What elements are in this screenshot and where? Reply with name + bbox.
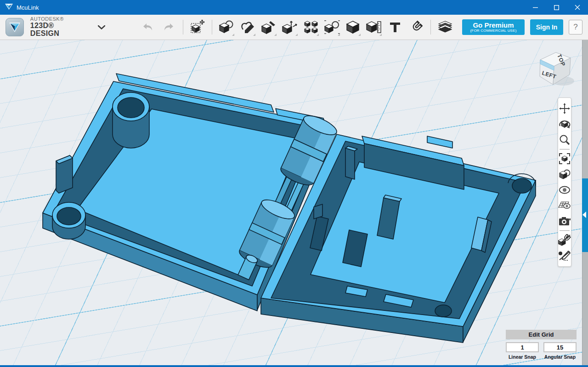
help-button[interactable]: ? bbox=[569, 20, 582, 34]
linear-snap-input[interactable] bbox=[506, 342, 539, 352]
flyout-caret bbox=[317, 34, 319, 36]
snapshot-icon[interactable] bbox=[558, 213, 571, 229]
viewport[interactable]: TOP LEFT bbox=[0, 40, 588, 365]
toolbar-separator bbox=[183, 20, 183, 34]
view-cube[interactable]: TOP LEFT bbox=[533, 46, 577, 90]
close-button[interactable] bbox=[567, 0, 588, 15]
zoom-fit-icon[interactable] bbox=[558, 151, 571, 166]
angular-snap-label: Angular Snap bbox=[543, 354, 577, 360]
navigation-panel bbox=[558, 97, 571, 267]
orbit-icon[interactable] bbox=[558, 116, 571, 132]
flyout-caret bbox=[274, 34, 277, 36]
brand-text: AUTODESK® 123D® DESIGN bbox=[30, 17, 85, 37]
window-title: McuLink bbox=[17, 4, 39, 11]
tool-transform-move-icon[interactable] bbox=[189, 17, 206, 37]
go-premium-sublabel: (FOR COMMERCIAL USE) bbox=[470, 29, 517, 33]
panel-divider bbox=[560, 149, 570, 149]
go-premium-button[interactable]: Go Premium (FOR COMMERCIAL USE) bbox=[462, 19, 525, 35]
grid-settings-panel: Edit Grid Linear Snap Angular Snap bbox=[506, 330, 577, 360]
tool-measure-icon[interactable] bbox=[366, 17, 382, 37]
workplane-visibility-icon[interactable] bbox=[558, 198, 571, 213]
chevron-down-icon[interactable] bbox=[95, 20, 108, 34]
flyout-caret bbox=[295, 34, 298, 36]
toolbar-separator bbox=[212, 20, 212, 34]
collapse-arrow-left-icon bbox=[582, 212, 586, 218]
app-menu-icon[interactable] bbox=[6, 18, 24, 36]
tool-primitives-icon[interactable] bbox=[218, 17, 235, 37]
panel-divider bbox=[560, 230, 570, 231]
visibility-icon[interactable] bbox=[558, 182, 571, 198]
main-toolbar: AUTODESK® 123D® DESIGN bbox=[0, 15, 588, 40]
undo-icon[interactable] bbox=[140, 17, 156, 37]
flyout-caret bbox=[379, 34, 382, 36]
titlebar: McuLink bbox=[0, 0, 588, 15]
panel-expand-tab[interactable] bbox=[582, 178, 588, 252]
tool-text-icon[interactable] bbox=[387, 17, 403, 37]
linear-snap-label: Linear Snap bbox=[506, 354, 539, 360]
go-premium-label: Go Premium bbox=[473, 22, 514, 29]
minimize-button[interactable] bbox=[525, 0, 546, 15]
model-hinged-enclosure[interactable] bbox=[0, 40, 588, 365]
snap-toggle-icon[interactable] bbox=[558, 232, 571, 248]
flyout-caret bbox=[232, 34, 234, 36]
tool-combine-icon[interactable] bbox=[345, 17, 362, 37]
tool-grouping-icon[interactable] bbox=[324, 17, 340, 37]
tool-pattern-icon[interactable] bbox=[303, 17, 319, 37]
tool-materials-icon[interactable] bbox=[437, 17, 453, 37]
tool-snap-icon[interactable] bbox=[408, 17, 424, 37]
sketch-visibility-toggle-icon[interactable] bbox=[558, 248, 571, 264]
edit-grid-label: Edit Grid bbox=[529, 331, 554, 338]
flyout-caret bbox=[358, 34, 361, 36]
flyout-caret bbox=[253, 34, 255, 36]
collapsed-panel-strip bbox=[582, 40, 588, 365]
tool-modify-icon[interactable] bbox=[282, 17, 298, 37]
pan-icon[interactable] bbox=[558, 101, 571, 116]
tool-sketch-icon[interactable] bbox=[239, 17, 256, 37]
toolbar-separator bbox=[430, 20, 431, 34]
edit-grid-button[interactable]: Edit Grid bbox=[506, 330, 577, 339]
maximize-button[interactable] bbox=[546, 0, 567, 15]
help-label: ? bbox=[573, 23, 577, 32]
angular-snap-input[interactable] bbox=[543, 342, 577, 352]
sign-in-button[interactable]: Sign In bbox=[530, 19, 563, 35]
brand-123d-design: 123D® DESIGN bbox=[30, 22, 85, 38]
tool-construct-icon[interactable] bbox=[260, 17, 277, 37]
shaded-view-icon[interactable] bbox=[558, 166, 571, 182]
app-window: McuLink AUTODESK® 123D® DESIGN bbox=[0, 0, 588, 367]
redo-icon[interactable] bbox=[161, 17, 177, 37]
sign-in-label: Sign In bbox=[536, 23, 558, 31]
app-logo-icon bbox=[5, 3, 13, 12]
flyout-caret bbox=[338, 34, 340, 36]
zoom-icon[interactable] bbox=[558, 132, 571, 148]
